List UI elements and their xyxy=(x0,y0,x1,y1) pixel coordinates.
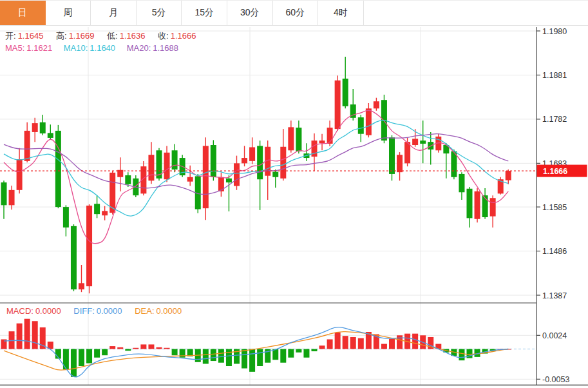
macd-bar xyxy=(296,349,301,353)
candle-body xyxy=(40,122,46,133)
candle-body xyxy=(226,179,232,182)
price-axis-label: 1.1585 xyxy=(542,203,567,212)
candle-body xyxy=(148,155,154,180)
macd-bar xyxy=(242,349,247,369)
macd-bar xyxy=(140,344,146,349)
macd-bar xyxy=(102,349,108,356)
macd-bar xyxy=(249,349,255,372)
candle-body xyxy=(374,101,379,108)
candle-body xyxy=(24,131,30,161)
ma-legend: MA5:1.1621 MA10:1.1640 MA20:1.1688 xyxy=(5,43,187,53)
macd-bar xyxy=(164,348,170,349)
candle-body xyxy=(420,141,426,144)
price-axis-label: 1.1881 xyxy=(542,71,567,80)
dea-value: DEA:0.0000 xyxy=(135,306,182,316)
macd-bar xyxy=(312,349,318,352)
candle-body xyxy=(79,283,84,289)
candle-body xyxy=(203,146,209,208)
candle-body xyxy=(164,153,170,179)
ma20-value: MA20:1.1688 xyxy=(127,43,178,53)
macd-bar xyxy=(280,349,286,363)
macd-bar xyxy=(350,337,356,349)
macd-bar xyxy=(358,338,364,349)
candle-body xyxy=(211,145,216,177)
candle-body xyxy=(272,171,278,177)
macd-value: MACD:0.0000 xyxy=(6,306,61,316)
chart-canvas[interactable]: 1.19801.18811.17821.16831.15851.14861.13… xyxy=(0,0,588,388)
period-tabbar: 日 周 月 5分 15分 30分 60分 4时 xyxy=(0,0,588,26)
candle-body xyxy=(249,147,255,160)
tab-month[interactable]: 月 xyxy=(91,1,137,25)
macd-bar xyxy=(172,349,178,356)
ohlc-legend: 开:1.1645 高:1.1669 低:1.1636 收:1.1666 xyxy=(5,31,206,41)
ma10-value: MA10:1.1640 xyxy=(64,43,115,53)
macd-bar xyxy=(381,344,387,349)
open-value: 开:1.1645 xyxy=(5,31,43,41)
macd-bar xyxy=(335,333,341,349)
tab-15min[interactable]: 15分 xyxy=(182,1,227,25)
macd-bar xyxy=(343,336,348,349)
candle-body xyxy=(102,211,108,215)
macd-bar xyxy=(389,339,395,349)
macd-bar xyxy=(109,346,115,349)
macd-axis-label: -0.0053 xyxy=(542,375,569,384)
macd-bar xyxy=(125,349,131,351)
macd-bar xyxy=(148,344,154,349)
candle-body xyxy=(257,146,263,179)
macd-bar xyxy=(397,335,403,349)
candle-body xyxy=(86,206,92,286)
candle-body xyxy=(242,158,247,163)
diff-value: DIFF:0.0000 xyxy=(73,306,122,316)
macd-bar xyxy=(327,339,333,349)
ma5-value: MA5:1.1621 xyxy=(5,43,52,53)
macd-bar xyxy=(203,349,209,364)
ma5-line xyxy=(4,110,508,243)
candle-body xyxy=(490,198,496,216)
macd-bar xyxy=(459,349,464,361)
low-value: 低:1.1636 xyxy=(107,31,145,41)
macd-bar xyxy=(211,349,216,362)
macd-bar xyxy=(226,349,232,366)
price-axis-label: 1.1980 xyxy=(542,27,567,36)
candle-body xyxy=(9,190,15,206)
price-axis-label: 1.1782 xyxy=(542,115,567,124)
candle-body xyxy=(32,123,38,132)
tab-60min[interactable]: 60分 xyxy=(273,1,319,25)
candle-body xyxy=(335,81,341,129)
macd-bar xyxy=(133,348,138,349)
candle-body xyxy=(288,127,294,150)
macd-bar xyxy=(79,349,84,366)
macd-legend: MACD:0.0000 DIFF:0.0000 DEA:0.0000 xyxy=(6,306,192,316)
candle-body xyxy=(412,139,418,145)
tab-week[interactable]: 周 xyxy=(46,1,91,25)
last-price-badge-label: 1.1666 xyxy=(543,167,567,176)
high-value: 高:1.1669 xyxy=(56,31,94,41)
candle-body xyxy=(343,79,348,106)
candle-body xyxy=(187,177,193,182)
macd-bar xyxy=(32,321,38,349)
tab-30min[interactable]: 30分 xyxy=(227,1,273,25)
candle-body xyxy=(389,137,395,174)
candle-body xyxy=(71,226,77,289)
tab-day[interactable]: 日 xyxy=(0,1,46,25)
candle-body xyxy=(1,182,7,205)
candle-body xyxy=(475,191,480,219)
macd-bar xyxy=(257,349,263,366)
macd-bar xyxy=(288,349,294,358)
price-axis-label: 1.1486 xyxy=(542,247,567,256)
macd-bar xyxy=(319,345,325,349)
candle-body xyxy=(234,163,240,186)
tab-5min[interactable]: 5分 xyxy=(137,1,182,25)
macd-bar xyxy=(156,347,162,349)
tab-4hour[interactable]: 4时 xyxy=(318,1,364,25)
macd-bar xyxy=(303,349,309,358)
candle-body xyxy=(63,207,69,228)
candle-body xyxy=(17,159,23,190)
close-value: 收:1.1666 xyxy=(158,31,196,41)
candle-body xyxy=(319,141,325,143)
macd-bar xyxy=(86,349,92,364)
macd-bar xyxy=(24,319,30,349)
ma10-line xyxy=(4,121,508,216)
candle-body xyxy=(172,150,178,170)
candle-body xyxy=(125,175,131,184)
